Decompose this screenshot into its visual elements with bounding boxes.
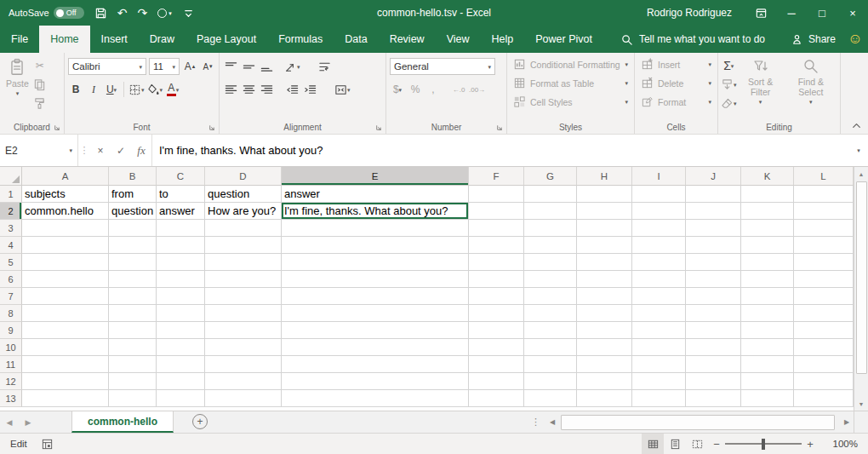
cell-D6[interactable] [205,271,282,288]
column-header-C[interactable]: C [157,167,205,186]
bold-button[interactable]: B [68,81,83,98]
cell-E12[interactable] [282,373,469,390]
cell-F4[interactable] [469,237,524,254]
cell-F8[interactable] [469,305,524,322]
cell-A9[interactable] [22,322,109,339]
cell-F13[interactable] [469,390,524,407]
column-header-L[interactable]: L [794,167,854,186]
cell-K9[interactable] [741,322,794,339]
tab-help[interactable]: Help [481,26,525,53]
font-color-button[interactable]: A▾ [165,81,180,98]
cell-E6[interactable] [282,271,469,288]
cell-B6[interactable] [109,271,157,288]
comma-style-button[interactable]: , [425,81,441,98]
cell-B11[interactable] [109,356,157,373]
cell-I8[interactable] [632,305,686,322]
cell-G8[interactable] [524,305,577,322]
cell-D8[interactable] [205,305,282,322]
maximize-button[interactable]: □ [807,0,837,26]
cell-C10[interactable] [157,339,205,356]
cell-E13[interactable] [282,390,469,407]
cell-I3[interactable] [632,220,686,237]
save-button[interactable] [94,7,107,20]
sheet-tab-common-hello[interactable]: common-hello [71,411,174,433]
horizontal-scroll-track[interactable] [559,411,840,433]
cell-L4[interactable] [794,237,854,254]
cell-F6[interactable] [469,271,524,288]
touch-mode-button[interactable]: ▾ [157,9,172,18]
cell-C4[interactable] [157,237,205,254]
feedback-smiley-icon[interactable]: ☺ [842,26,868,53]
number-dialog-launcher[interactable] [495,123,504,131]
horizontal-scrollbar[interactable]: ◀ ▶ [545,411,854,433]
cell-J1[interactable] [686,186,741,203]
cell-B13[interactable] [109,390,157,407]
close-button[interactable]: × [837,0,868,26]
cut-button[interactable]: ✂ [32,57,48,74]
borders-button[interactable]: ▾ [128,81,145,98]
cell-G7[interactable] [524,288,577,305]
cell-H11[interactable] [577,356,632,373]
zoom-slider[interactable] [725,434,802,454]
cell-H10[interactable] [577,339,632,356]
cell-B10[interactable] [109,339,157,356]
cell-L13[interactable] [794,390,854,407]
tab-file[interactable]: File [0,26,39,53]
cell-A11[interactable] [22,356,109,373]
format-painter-button[interactable] [32,95,48,112]
cell-G12[interactable] [524,373,577,390]
tab-home[interactable]: Home [39,26,89,53]
cell-B8[interactable] [109,305,157,322]
vertical-scroll-thumb[interactable] [856,181,867,374]
clear-button[interactable]: ▾ [721,95,737,112]
cell-J8[interactable] [686,305,741,322]
cell-A2[interactable]: common.hello [22,203,109,220]
cell-F2[interactable] [469,203,524,220]
share-button[interactable]: Share [791,26,836,53]
sheet-nav-left-icon[interactable]: ◀ [0,411,19,433]
cell-H2[interactable] [577,203,632,220]
row-header-13[interactable]: 13 [0,390,22,407]
cell-H3[interactable] [577,220,632,237]
cell-E4[interactable] [282,237,469,254]
number-format-select[interactable]: General▾ [390,58,495,75]
cell-C13[interactable] [157,390,205,407]
font-dialog-launcher[interactable] [208,123,216,131]
cell-D5[interactable] [205,254,282,271]
zoom-slider-thumb[interactable] [762,439,765,450]
minimize-button[interactable]: ─ [776,0,807,26]
macro-record-icon[interactable] [41,438,54,451]
row-header-5[interactable]: 5 [0,254,22,271]
column-header-K[interactable]: K [741,167,794,186]
row-header-6[interactable]: 6 [0,271,22,288]
cell-C2[interactable]: answer [157,203,205,220]
cell-I4[interactable] [632,237,686,254]
row-header-2[interactable]: 2 [0,203,22,220]
wrap-text-button[interactable] [317,58,333,75]
cell-D1[interactable]: question [205,186,282,203]
new-sheet-button[interactable]: + [192,414,208,429]
cell-K11[interactable] [741,356,794,373]
cell-H1[interactable] [577,186,632,203]
delete-cells-button[interactable]: Delete ▾ [637,74,715,92]
sheet-tab-resize-handle[interactable]: ⋮ [531,411,540,433]
cell-C6[interactable] [157,271,205,288]
cell-H7[interactable] [577,288,632,305]
undo-button[interactable]: ↶ [117,7,128,19]
cell-C12[interactable] [157,373,205,390]
cell-I1[interactable] [632,186,686,203]
scroll-right-icon[interactable]: ▶ [840,411,854,433]
autosum-button[interactable]: Σ▾ [721,57,737,74]
row-header-3[interactable]: 3 [0,220,22,237]
zoom-level[interactable]: 100% [819,439,858,449]
column-header-A[interactable]: A [22,167,109,186]
align-bottom-button[interactable] [259,58,274,75]
cell-K10[interactable] [741,339,794,356]
cell-K13[interactable] [741,390,794,407]
cell-K3[interactable] [741,220,794,237]
cell-K8[interactable] [741,305,794,322]
italic-button[interactable]: I [86,81,101,98]
cell-D4[interactable] [205,237,282,254]
tab-review[interactable]: Review [379,26,436,53]
tab-data[interactable]: Data [334,26,378,53]
